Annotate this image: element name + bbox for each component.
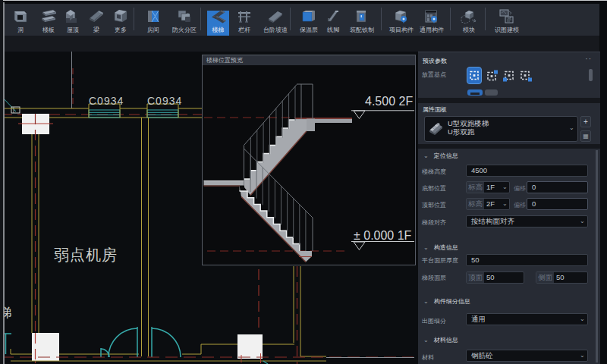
svg-text:4.500 2F: 4.500 2F (365, 95, 413, 108)
svg-text:弱点机房: 弱点机房 (54, 246, 118, 263)
svg-text:± 0.000 1F: ± 0.000 1F (354, 229, 412, 242)
svg-text:C0934: C0934 (89, 95, 124, 107)
svg-text:C0934: C0934 (147, 95, 182, 107)
